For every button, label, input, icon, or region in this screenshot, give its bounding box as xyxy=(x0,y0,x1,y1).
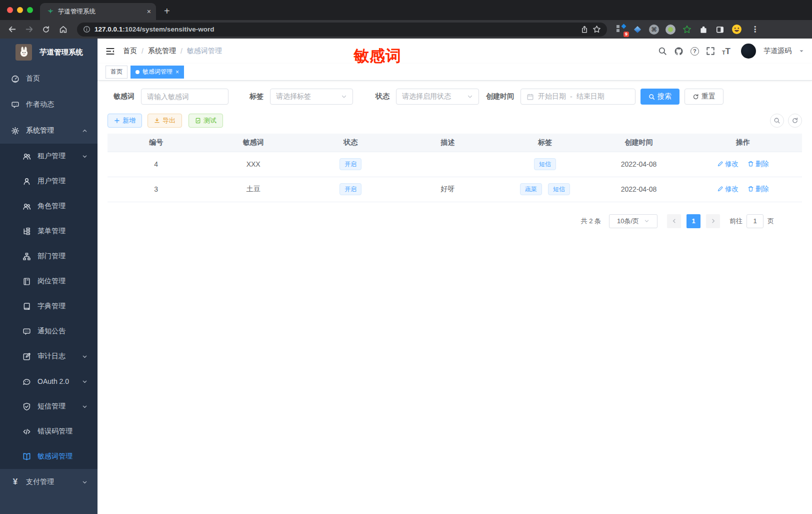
side-panel-icon[interactable] xyxy=(714,24,726,36)
extension-command-icon[interactable]: ⌘ xyxy=(648,24,660,36)
sidebar-item-author[interactable]: 作者动态 xyxy=(0,92,98,118)
edit-link[interactable]: 修改 xyxy=(717,160,738,169)
breadcrumb-home[interactable]: 首页 xyxy=(123,47,137,56)
bookmark-star-icon[interactable] xyxy=(592,25,601,34)
cell-desc xyxy=(399,152,496,177)
sidebar-item-sensitive-word[interactable]: 敏感词管理 xyxy=(0,444,98,469)
sidebar-item-user[interactable]: 用户管理 xyxy=(0,169,98,194)
start-date-placeholder: 开始日期 xyxy=(538,92,566,101)
tab-strip: 芋道管理系统 × + xyxy=(0,0,812,20)
delete-link[interactable]: 删除 xyxy=(748,185,769,194)
reload-icon[interactable] xyxy=(39,23,53,37)
chevron-left-icon xyxy=(672,218,677,224)
cell-desc: 好呀 xyxy=(399,177,496,202)
user-avatar[interactable] xyxy=(741,44,756,59)
reset-button[interactable]: 重置 xyxy=(684,89,724,105)
profile-avatar-icon[interactable] xyxy=(730,24,742,36)
extension-record-icon[interactable] xyxy=(664,24,676,36)
extensions-area: 9 ⌘ ⋮ xyxy=(615,24,759,36)
site-info-icon[interactable] xyxy=(83,26,90,33)
date-range-picker[interactable]: 开始日期 - 结束日期 xyxy=(520,89,636,105)
browser-menu-icon[interactable]: ⋮ xyxy=(751,25,759,34)
sidebar-item-dept[interactable]: 部门管理 xyxy=(0,244,98,269)
sidebar-item-oauth[interactable]: OAuth 2.0 xyxy=(0,369,98,394)
book-icon xyxy=(22,302,31,311)
sidebar-item-home[interactable]: 首页 xyxy=(0,66,98,92)
minimize-window-button[interactable] xyxy=(17,7,23,13)
keyword-input[interactable] xyxy=(147,93,222,101)
page-size-select[interactable]: 10条/页 xyxy=(609,214,658,228)
navbar-actions: ? TT 芋道源码 xyxy=(658,44,804,59)
col-created: 创建时间 xyxy=(594,134,684,152)
export-button[interactable]: 导出 xyxy=(148,114,182,128)
search-icon[interactable] xyxy=(658,46,668,56)
prev-page-button[interactable] xyxy=(667,214,681,228)
extension-kite-icon[interactable] xyxy=(632,24,644,36)
tag-badge: 蔬菜 xyxy=(520,183,542,196)
edit-icon xyxy=(22,352,31,361)
sidebar-item-role[interactable]: 角色管理 xyxy=(0,194,98,219)
sidebar-item-dict[interactable]: 字典管理 xyxy=(0,294,98,319)
close-window-button[interactable] xyxy=(7,7,13,13)
breadcrumb-system[interactable]: 系统管理 xyxy=(148,47,176,56)
sidebar-item-post[interactable]: 岗位管理 xyxy=(0,269,98,294)
col-word: 敏感词 xyxy=(204,134,302,152)
edit-link[interactable]: 修改 xyxy=(717,185,738,194)
status-select[interactable]: 请选择启用状态 xyxy=(396,89,479,105)
sidebar-item-payment[interactable]: ¥ 支付管理 xyxy=(0,469,98,495)
tag-sensitive-word[interactable]: 敏感词管理 × xyxy=(130,66,184,79)
search-button[interactable]: 搜索 xyxy=(640,89,680,105)
tag-badge: 短信 xyxy=(534,158,556,171)
cell-created: 2022-04-08 xyxy=(594,152,684,177)
test-button[interactable]: 测试 xyxy=(188,114,223,128)
add-button[interactable]: 新增 xyxy=(108,114,142,128)
cell-id: 3 xyxy=(108,177,204,202)
browser-tab[interactable]: 芋道管理系统 × xyxy=(40,3,156,20)
maximize-window-button[interactable] xyxy=(27,7,33,13)
address-bar[interactable]: 127.0.0.1:1024/system/sensitive-word xyxy=(77,23,607,37)
fullscreen-icon[interactable] xyxy=(706,46,716,56)
hamburger-fold-icon[interactable] xyxy=(106,47,115,56)
goto-page-input[interactable] xyxy=(746,214,764,228)
tags-view-bar: 首页 敏感词管理 × xyxy=(98,64,812,81)
status-badge: 开启 xyxy=(340,183,362,196)
new-tab-button[interactable]: + xyxy=(164,4,170,18)
sidebar-item-audit-log[interactable]: 审计日志 xyxy=(0,344,98,369)
page-number-1[interactable]: 1 xyxy=(686,214,700,228)
sidebar-item-tenant[interactable]: 租户管理 xyxy=(0,144,98,169)
chevron-down-icon xyxy=(341,94,347,100)
back-icon[interactable] xyxy=(5,23,19,37)
status-badge: 开启 xyxy=(340,158,362,171)
tag-home[interactable]: 首页 xyxy=(106,66,128,79)
caret-down-icon[interactable] xyxy=(799,49,804,54)
delete-link[interactable]: 删除 xyxy=(748,160,769,169)
home-icon[interactable] xyxy=(56,23,70,37)
github-icon[interactable] xyxy=(674,46,684,56)
col-tags: 标签 xyxy=(496,134,594,152)
extension-badge: 9 xyxy=(624,32,629,37)
forward-icon[interactable] xyxy=(22,23,36,37)
users-icon xyxy=(22,202,31,211)
sidebar-item-sms[interactable]: 短信管理 xyxy=(0,394,98,419)
sidebar-item-notice[interactable]: 通知公告 xyxy=(0,319,98,344)
sidebar-item-menu[interactable]: 菜单管理 xyxy=(0,219,98,244)
refresh-table-button[interactable] xyxy=(788,114,802,128)
sidebar-item-system[interactable]: 系统管理 xyxy=(0,118,98,144)
help-icon[interactable]: ? xyxy=(690,47,699,56)
font-size-icon[interactable]: TT xyxy=(722,47,730,56)
next-page-button[interactable] xyxy=(706,214,720,228)
menu-tree-icon xyxy=(22,227,31,236)
username[interactable]: 芋道源码 xyxy=(764,47,792,56)
badge-icon xyxy=(22,277,31,286)
extension-puzzle-icon[interactable] xyxy=(698,24,710,36)
tab-close-icon[interactable]: × xyxy=(147,8,151,16)
system-submenu: 租户管理 用户管理 角色管理 菜单管理 部门管理 xyxy=(0,144,98,469)
trash-icon xyxy=(748,161,754,167)
tag-select[interactable]: 请选择标签 xyxy=(270,89,353,105)
toggle-search-button[interactable] xyxy=(770,114,784,128)
extension-star-icon[interactable] xyxy=(681,24,693,36)
tag-close-icon[interactable]: × xyxy=(176,69,179,76)
share-icon[interactable] xyxy=(580,26,588,34)
extension-grid-icon[interactable]: 9 xyxy=(615,24,627,36)
sidebar-item-error-code[interactable]: 错误码管理 xyxy=(0,419,98,444)
